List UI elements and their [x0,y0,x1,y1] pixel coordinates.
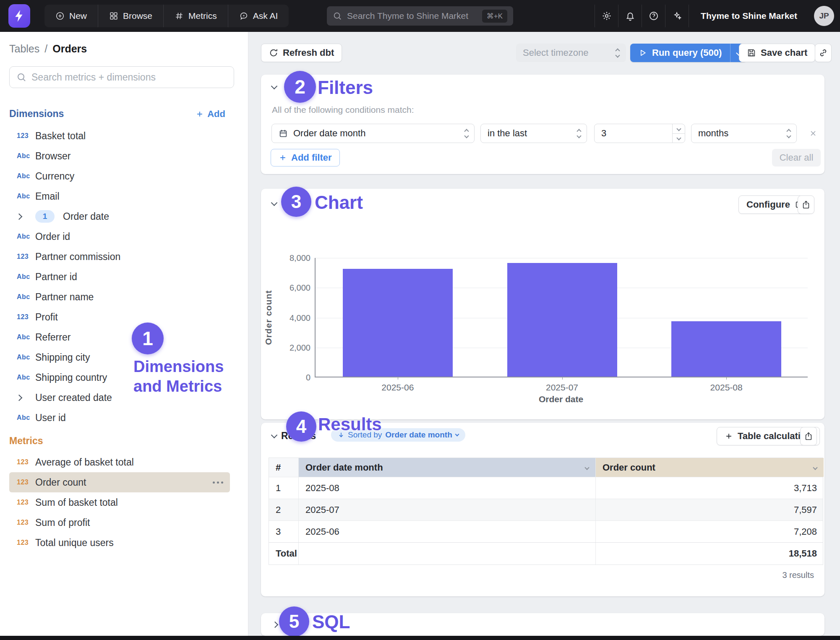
table-row[interactable]: 22025-077,597 [269,499,823,520]
settings-button[interactable] [595,5,618,27]
share-link-button[interactable] [815,44,832,62]
global-search[interactable]: ⌘+K [327,6,513,26]
chart-plot-area[interactable]: 02,0004,0006,0008,0002025-062025-072025-… [315,258,808,377]
add-filter-button[interactable]: Add filter [271,149,340,167]
total-label: Total [269,543,298,565]
x-tick-mark [398,377,398,380]
metric-list: 123Average of basket total123Order count… [0,452,248,553]
metrics-header: Metrics [9,435,225,447]
bar-2025-08[interactable] [671,321,781,377]
table-row[interactable]: 32025-067,208 [269,520,823,542]
plus-icon [725,432,733,440]
filter-operator-select[interactable]: in the last [480,124,587,143]
collapse-results-icon[interactable] [271,432,278,439]
timezone-select[interactable]: Select timezone [516,44,626,62]
org-switcher[interactable]: Thyme to Shine Market [689,5,809,27]
nav-ask-ai-button[interactable]: Ask AI [228,5,289,27]
chart-y-axis-label: Order count [263,290,274,345]
filter-unit-value: months [698,128,728,139]
user-avatar[interactable]: JP [814,6,834,26]
column-header-order-count[interactable]: Order count [595,458,824,477]
help-icon [649,11,659,21]
sparkles-icon [672,11,682,21]
sidebar-item-partner-name[interactable]: AbcPartner name [9,287,230,307]
sidebar-item-user-id[interactable]: AbcUser id [9,408,230,428]
table-row[interactable]: 12025-083,713 [269,477,823,499]
string-type-icon: Abc [17,152,30,160]
x-tick-label: 2025-07 [546,382,578,393]
annotation-circle-4: 4 [286,411,316,442]
sidebar-item-partner-commission[interactable]: 123Partner commission [9,247,230,267]
sidebar-item-order-count[interactable]: 123Order count [9,472,230,492]
add-dimension-button[interactable]: Add [196,109,225,120]
refresh-dbt-button[interactable]: Refresh dbt [261,44,342,62]
stepper-down-icon[interactable] [676,136,681,140]
stepper-up-icon[interactable] [676,126,681,131]
notifications-button[interactable] [618,5,642,27]
run-query-main[interactable]: Run query (500) [630,44,730,62]
export-chart-button[interactable] [798,195,814,214]
expand-sql-icon[interactable] [272,622,279,628]
x-tick-mark [562,377,563,380]
sidebar-item-label: Shipping country [35,372,107,383]
collapse-chart-icon[interactable] [271,200,278,206]
nav-browse-button[interactable]: Browse [98,5,163,27]
filter-unit-select[interactable]: months [691,124,797,143]
sidebar-item-currency[interactable]: AbcCurrency [9,166,230,186]
filter-field-select[interactable]: Order date month [271,124,475,143]
save-chart-label: Save chart [761,47,807,58]
chart-section: Chart Configure Order count 02,0004,0006… [261,189,824,419]
help-button[interactable] [642,5,665,27]
ai-assistant-button[interactable] [665,5,689,27]
y-tick-label: 2,000 [290,343,310,352]
more-options-icon[interactable] [213,481,223,484]
remove-filter-button[interactable] [805,124,822,143]
clear-all-filters-button[interactable]: Clear all [772,149,821,167]
collapse-filters-icon[interactable] [271,83,278,90]
sidebar-item-basket-total[interactable]: 123Basket total [9,126,230,146]
fields-search-input[interactable] [31,72,227,83]
sidebar-item-total-unique-users[interactable]: 123Total unique users [9,533,230,553]
sidebar-item-profit[interactable]: 123Profit [9,307,230,327]
global-search-input[interactable] [347,11,477,21]
sort-pill-field: Order date month [385,430,452,440]
app-logo[interactable] [8,4,30,28]
string-type-icon: Abc [17,233,30,240]
sidebar-item-browser[interactable]: AbcBrowser [9,146,230,166]
sidebar-item-label: Sum of basket total [35,497,118,508]
save-chart-button[interactable]: Save chart [739,44,815,62]
chevron-down-icon[interactable] [584,465,589,470]
sidebar-item-partner-id[interactable]: AbcPartner id [9,267,230,287]
chevron-right-icon[interactable] [16,213,23,220]
annotation-circle-2: 2 [284,71,316,103]
column-header-order-date-month[interactable]: Order date month [298,458,595,477]
chevron-down-icon[interactable] [813,465,817,470]
nav-new-button[interactable]: New [44,5,98,27]
sidebar-item-order-id[interactable]: AbcOrder id [9,226,230,247]
string-type-icon: Abc [17,414,30,421]
sidebar-item-sum-of-profit[interactable]: 123Sum of profit [9,513,230,533]
bar-2025-06[interactable] [343,269,453,377]
breadcrumb-tables-link[interactable]: Tables [9,43,39,55]
export-results-button[interactable] [800,427,817,445]
fields-search[interactable] [9,66,234,88]
run-query-button[interactable]: Run query (500) [630,44,747,62]
nav-metrics-button[interactable]: Metrics [163,5,228,27]
calendar-icon [279,129,288,138]
filter-value-input[interactable]: 3 [594,124,685,143]
annotation-label-4: Results [318,414,382,434]
results-table[interactable]: #Order date monthOrder count12025-083,71… [269,458,823,565]
results-count: 3 results [782,570,814,580]
sidebar-item-referrer[interactable]: AbcReferrer [9,327,230,347]
sidebar-item-sum-of-basket-total[interactable]: 123Sum of basket total [9,492,230,513]
chevron-right-icon[interactable] [16,394,23,401]
configure-label: Configure [746,199,790,210]
bar-2025-07[interactable] [507,263,617,377]
y-tick-label: 8,000 [290,253,310,263]
filter-condition-text: All of the following conditions match: [272,105,414,115]
sidebar-item-label: Partner name [35,291,94,303]
number-stepper[interactable] [672,124,685,143]
sidebar-item-order-date[interactable]: 1Order date [9,206,230,226]
sidebar-item-average-of-basket-total[interactable]: 123Average of basket total [9,452,230,472]
sidebar-item-email[interactable]: AbcEmail [9,186,230,206]
